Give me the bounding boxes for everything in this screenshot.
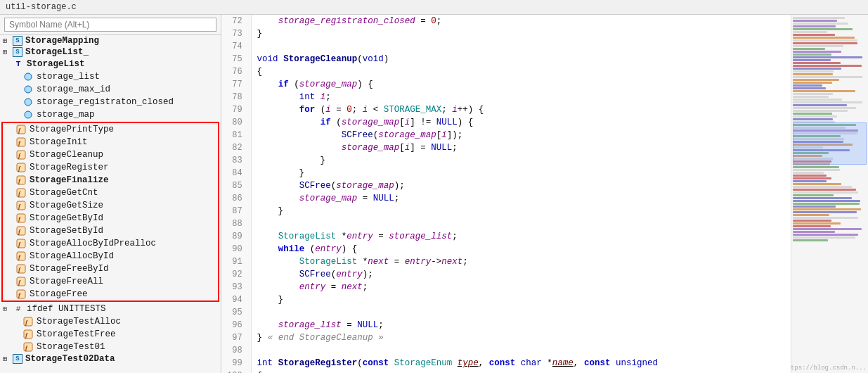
tree-item-storage-cleanup[interactable]: fStorageCleanup — [3, 148, 218, 161]
tree-item-storage-init[interactable]: fStorageInit — [3, 136, 218, 148]
code-line-99: int StorageRegister(const StorageEnum ty… — [257, 357, 785, 369]
item-type-icon-storage-set-by-id: f — [15, 225, 27, 236]
sidebar-tree[interactable]: ⊞SStorageMapping⊞SStorageList_TStorageLi… — [0, 35, 221, 373]
line-num-92: 92 — [227, 268, 245, 281]
tree-item-label-storage-list-var: storage_list — [37, 72, 100, 82]
tree-item-storage-print-type[interactable]: fStoragePrintType — [3, 123, 218, 136]
tree-item-label-storage-test-free: StorageTestFree — [37, 329, 116, 339]
line-num-100: 100 — [227, 369, 245, 373]
tree-item-storage-test01[interactable]: fStorageTest01 — [0, 341, 221, 353]
minimap-line — [793, 236, 855, 239]
minimap-line — [793, 28, 853, 30]
minimap-line — [793, 166, 839, 168]
sidebar: ⊞SStorageMapping⊞SStorageList_TStorageLi… — [0, 15, 221, 373]
tree-item-label-storage-test01: StorageTest01 — [37, 342, 105, 352]
line-num-75: 75 — [227, 53, 245, 65]
symbol-search-input[interactable] — [4, 18, 216, 32]
code-line-95 — [257, 306, 785, 319]
code-line-87: } — [257, 205, 785, 217]
tree-item-storage-registraton-closed[interactable]: storage_registraton_closed — [0, 96, 221, 108]
tree-item-ifdef-unittests[interactable]: ⊞#ifdef UNITTESTS — [0, 303, 221, 315]
item-type-icon-storage-get-by-id: f — [15, 213, 27, 224]
minimap-line — [793, 56, 862, 58]
code-line-74 — [257, 40, 785, 53]
line-num-73: 73 — [227, 27, 245, 40]
expand-icon-storage-mapping[interactable]: ⊞ — [3, 37, 13, 45]
tree-item-storage-test-alloc[interactable]: fStorageTestAlloc — [0, 315, 221, 328]
minimap-line — [793, 194, 834, 196]
item-type-icon-storage-cleanup: f — [15, 149, 27, 160]
tree-item-storage-free[interactable]: fStorageFree — [3, 288, 218, 301]
tree-item-label-storage-test-alloc: StorageTestAlloc — [37, 317, 121, 327]
line-num-76: 76 — [227, 65, 245, 78]
tree-item-storage-alloc-byid-prealloc[interactable]: fStorageAllocByIdPrealloc — [3, 237, 218, 250]
tree-item-label-storage-init: StorageInit — [30, 137, 88, 147]
minimap-line — [793, 177, 831, 179]
tree-item-storage-list-group[interactable]: ⊞SStorageList_ — [0, 46, 221, 58]
minimap-line — [793, 169, 840, 171]
minimap-line — [793, 65, 862, 67]
line-num-98: 98 — [227, 344, 245, 357]
minimap-line — [793, 211, 857, 213]
tree-item-storage-set-by-id[interactable]: fStorageSetById — [3, 225, 218, 237]
minimap-line — [793, 104, 847, 106]
minimap-line — [793, 25, 836, 27]
tree-item-label-storage-finalize: StorageFinalize — [30, 175, 109, 185]
tree-item-storage-register[interactable]: fStorageRegister — [3, 161, 218, 174]
minimap-line — [793, 48, 825, 50]
svg-point-1 — [25, 86, 32, 93]
tree-item-storage-free-by-id[interactable]: fStorageFreeById — [3, 263, 218, 275]
minimap-line — [793, 62, 841, 64]
item-type-icon-storage-test02-data: S — [13, 354, 22, 364]
minimap-line — [793, 186, 852, 188]
watermark: https://blog.csdn.n... — [791, 365, 867, 372]
code-line-97: } « end StorageCleanup » — [257, 331, 785, 344]
tree-item-label-storage-free: StorageFree — [30, 289, 88, 299]
code-content: 7273747576777879808182838485868788899091… — [221, 15, 791, 373]
tree-item-storage-test-free[interactable]: fStorageTestFree — [0, 328, 221, 341]
minimap-line — [793, 228, 862, 230]
item-type-icon-ifdef-unittests: # — [13, 303, 24, 315]
item-type-icon-storage-register: f — [15, 162, 27, 173]
tree-item-label-storage-free-all: StorageFreeAll — [30, 277, 103, 286]
tree-item-label-storage-cleanup: StorageCleanup — [30, 150, 103, 160]
tree-item-storage-free-all[interactable]: fStorageFreeAll — [3, 275, 218, 288]
tree-item-label-storage-get-size: StorageGetSize — [30, 201, 103, 210]
expand-icon-ifdef-unittests[interactable]: ⊞ — [3, 305, 13, 313]
tree-item-storage-map[interactable]: storage_map — [0, 108, 221, 121]
tree-item-storage-list-var[interactable]: storage_list — [0, 70, 221, 83]
expand-icon-storage-test02-data[interactable]: ⊞ — [3, 355, 13, 363]
code-line-83: } — [257, 154, 785, 167]
tree-item-storage-alloc-by-id[interactable]: fStorageAllocById — [3, 250, 218, 263]
tree-item-storage-max-id[interactable]: storage_max_id — [0, 83, 221, 96]
tree-item-storage-test02-data[interactable]: ⊞SStorageTest02Data — [0, 353, 221, 365]
item-type-icon-storage-list-var — [22, 71, 34, 82]
tree-item-storage-get-cnt[interactable]: fStorageGetCnt — [3, 186, 218, 199]
minimap-line — [793, 231, 835, 233]
code-area[interactable]: 7273747576777879808182838485868788899091… — [221, 15, 791, 373]
expand-icon-storage-list-group[interactable]: ⊞ — [3, 48, 13, 56]
tree-item-label-storage-print-type: StoragePrintType — [30, 125, 114, 134]
minimap[interactable]: https://blog.csdn.n... — [791, 15, 868, 373]
item-type-icon-storage-mapping: S — [13, 36, 22, 46]
tree-item-storage-get-size[interactable]: fStorageGetSize — [3, 199, 218, 212]
tree-item-storage-list[interactable]: TStorageList — [0, 58, 221, 70]
line-num-74: 74 — [227, 40, 245, 53]
item-type-icon-storage-test01: f — [22, 341, 34, 353]
item-type-icon-storage-test-alloc: f — [22, 316, 34, 327]
minimap-line — [793, 183, 841, 185]
tree-item-label-storage-get-by-id: StorageGetById — [30, 213, 103, 223]
minimap-line — [793, 118, 833, 120]
minimap-line — [793, 239, 828, 241]
tree-item-storage-get-by-id[interactable]: fStorageGetById — [3, 212, 218, 225]
item-type-icon-storage-list-group: S — [13, 47, 22, 57]
minimap-line — [793, 20, 837, 22]
tree-item-storage-finalize[interactable]: fStorageFinalize — [3, 174, 218, 186]
code-line-89: StorageList *entry = storage_list; — [257, 230, 785, 243]
minimap-line — [793, 222, 841, 225]
tree-item-storage-mapping[interactable]: ⊞SStorageMapping — [0, 35, 221, 46]
svg-point-2 — [25, 99, 32, 106]
code-lines: storage_registraton_closed = 0;} void St… — [252, 15, 791, 373]
code-line-82: storage_map[i] = NULL; — [257, 141, 785, 154]
minimap-line — [793, 73, 833, 75]
